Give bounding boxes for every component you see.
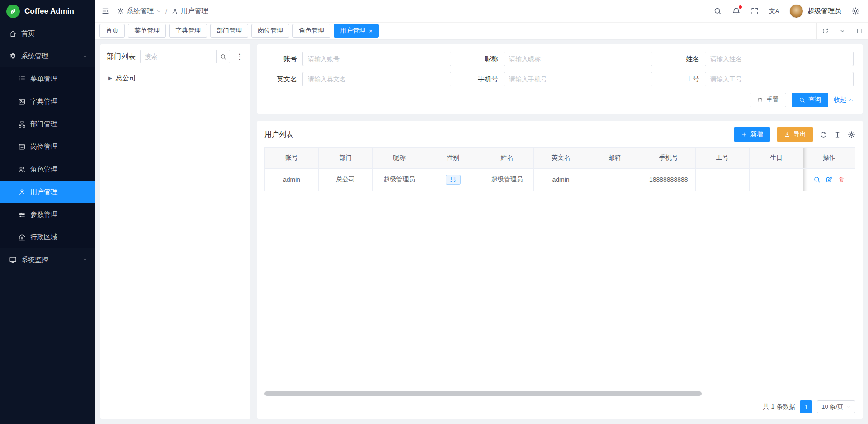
add-button[interactable]: 新增 [734, 127, 770, 142]
chevron-up-icon [848, 97, 854, 103]
english-name-input[interactable] [302, 72, 451, 86]
sidebar-item-param-mgmt[interactable]: 参数管理 [0, 203, 95, 226]
tree-node-root[interactable]: ▶ 总公司 [107, 71, 244, 85]
page-size-select[interactable]: 10 条/页 [817, 400, 855, 413]
person-icon [18, 188, 26, 196]
reset-button[interactable]: 重置 [750, 93, 786, 107]
view-icon[interactable] [813, 176, 821, 183]
account-input[interactable] [302, 52, 451, 66]
avatar[interactable] [789, 4, 803, 18]
filter-panel: 账号 昵称 姓名 英文名 [257, 44, 863, 114]
refresh-icon[interactable] [816, 23, 834, 39]
menu-fold-icon[interactable] [101, 7, 110, 15]
pagination: 共 1 条数据 1 10 条/页 [264, 400, 855, 413]
field-label: 工号 [669, 75, 705, 84]
field-label: 英文名 [266, 75, 302, 84]
content-area: 部门列表 ⋮ ▶ 总公司 [95, 39, 868, 424]
chevron-down-icon[interactable] [834, 23, 851, 39]
sidebar-item-label: 首页 [21, 29, 35, 38]
tab-dict-mgmt[interactable]: 字典管理 [169, 24, 207, 38]
sidebar-item-label: 系统管理 [21, 52, 48, 61]
search-button[interactable] [216, 50, 230, 63]
tab-dept-mgmt[interactable]: 部门管理 [210, 24, 248, 38]
settings-gear-icon[interactable] [851, 7, 860, 15]
fullscreen-icon[interactable] [750, 7, 759, 15]
tab-controls [816, 23, 868, 39]
cell-nickname: 超级管理员 [373, 169, 426, 191]
column-header: 账号 [265, 148, 319, 169]
app-logo[interactable]: Coffee Admin [0, 0, 95, 22]
sidebar-item-home[interactable]: 首页 [0, 22, 95, 45]
page-size-value: 10 条/页 [821, 403, 843, 411]
cell-birthday [749, 169, 803, 191]
filter-field-nickname: 昵称 [467, 52, 652, 66]
table-row: admin 总公司 超级管理员 男 超级管理员 admin 1888888888… [265, 169, 855, 191]
column-settings-icon[interactable] [834, 131, 841, 138]
sidebar-item-post-mgmt[interactable]: 岗位管理 [0, 135, 95, 158]
download-icon [784, 131, 790, 138]
tab-label: 部门管理 [217, 27, 242, 35]
sidebar-group-monitor[interactable]: 系统监控 [0, 248, 95, 271]
tab-role-mgmt[interactable]: 角色管理 [292, 24, 330, 38]
topbar-actions: 文A 超级管理员 [713, 4, 860, 18]
column-header-actions: 操作 [803, 148, 855, 169]
home-icon [9, 30, 17, 38]
filter-field-account: 账号 [266, 52, 451, 66]
sidebar-group-system[interactable]: 系统管理 [0, 45, 95, 67]
sidebar-item-label: 菜单管理 [30, 75, 57, 83]
people-icon [18, 166, 26, 173]
breadcrumb-item-current[interactable]: 用户管理 [171, 7, 208, 15]
tab-menu-mgmt[interactable]: 菜单管理 [128, 24, 166, 38]
sliders-icon [18, 211, 26, 219]
gear-icon[interactable] [848, 131, 855, 138]
bell-icon[interactable] [732, 7, 741, 15]
filter-form: 账号 昵称 姓名 英文名 [266, 52, 854, 86]
breadcrumb-item-system[interactable]: 系统管理 [117, 7, 161, 15]
department-panel-title: 部门列表 [107, 52, 136, 62]
layout-icon[interactable] [851, 23, 868, 39]
export-button-label: 导出 [793, 130, 806, 138]
tab-user-mgmt[interactable]: 用户管理 × [334, 24, 379, 38]
delete-icon[interactable] [838, 176, 845, 183]
chevron-down-icon [82, 257, 88, 262]
sidebar-item-menu-mgmt[interactable]: 菜单管理 [0, 67, 95, 90]
org-tree-icon [18, 120, 26, 128]
tab-home[interactable]: 首页 [99, 24, 125, 38]
collapse-filter-link[interactable]: 收起 [834, 96, 854, 104]
caret-right-icon[interactable]: ▶ [108, 76, 112, 81]
search-icon[interactable] [713, 7, 722, 15]
phone-input[interactable] [504, 72, 652, 86]
name-input[interactable] [705, 52, 854, 66]
scrollbar-thumb[interactable] [264, 391, 702, 396]
sidebar: Coffee Admin 首页 系统管理 菜单管理 字典管理 [0, 0, 95, 424]
username[interactable]: 超级管理员 [807, 7, 841, 15]
more-options-icon[interactable]: ⋮ [235, 52, 244, 62]
refresh-icon[interactable] [820, 131, 827, 138]
list-icon [18, 75, 26, 83]
sidebar-item-label: 部门管理 [30, 120, 57, 129]
tab-post-mgmt[interactable]: 岗位管理 [251, 24, 289, 38]
translate-icon[interactable]: 文A [769, 7, 779, 15]
sidebar-item-region[interactable]: 行政区域 [0, 226, 95, 248]
user-table: 账号 部门 昵称 性别 姓名 英文名 邮箱 手机号 工号 生日 操作 [264, 147, 855, 191]
query-button[interactable]: 查询 [792, 93, 828, 107]
export-button[interactable]: 导出 [777, 127, 813, 142]
sidebar-item-user-mgmt[interactable]: 用户管理 [0, 181, 95, 203]
job-no-input[interactable] [705, 72, 854, 86]
page-number-button[interactable]: 1 [800, 400, 812, 413]
sidebar-item-dict-mgmt[interactable]: 字典管理 [0, 90, 95, 113]
gender-tag: 男 [446, 175, 461, 185]
cell-english-name: admin [534, 169, 588, 191]
department-search-input[interactable] [140, 50, 216, 63]
edit-icon[interactable] [826, 176, 833, 183]
close-icon[interactable]: × [369, 28, 373, 34]
person-icon [171, 8, 178, 14]
nickname-input[interactable] [504, 52, 652, 66]
chevron-down-icon [846, 405, 851, 409]
sidebar-item-dept-mgmt[interactable]: 部门管理 [0, 113, 95, 135]
column-header: 姓名 [480, 148, 534, 169]
department-panel: 部门列表 ⋮ ▶ 总公司 [100, 44, 250, 419]
user-menu[interactable]: 超级管理员 [789, 4, 841, 18]
sidebar-item-role-mgmt[interactable]: 角色管理 [0, 158, 95, 181]
app-root: Coffee Admin 首页 系统管理 菜单管理 字典管理 [0, 0, 868, 424]
